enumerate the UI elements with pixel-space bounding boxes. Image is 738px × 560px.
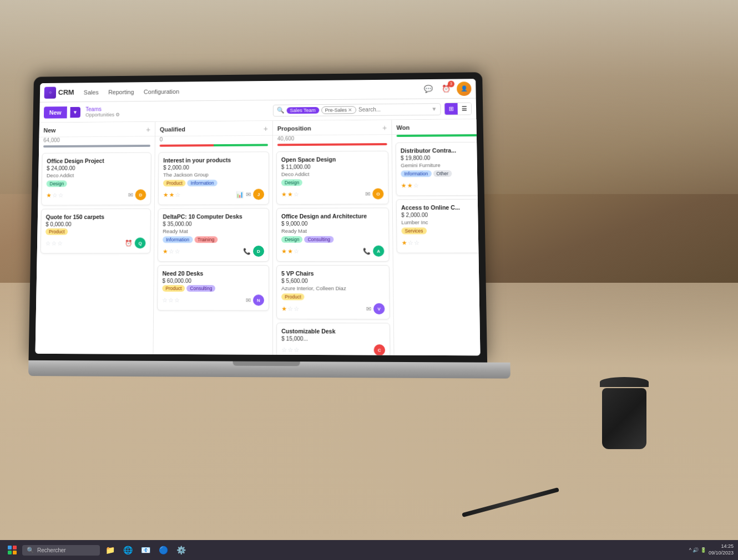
taskbar-app-browser1[interactable]: 🌐 (120, 542, 135, 558)
col-header: Qualified + (155, 121, 272, 136)
card-stars[interactable]: ★☆☆ (46, 192, 63, 199)
kanban-card[interactable]: Open Space Design $ 11,000.00 Deco Addic… (276, 151, 389, 205)
star-0: ★ (281, 305, 287, 312)
kanban-card[interactable]: 5 VP Chairs $ 5,600.00 Azure Interior, C… (276, 265, 390, 319)
card-stars[interactable]: ★★☆ (401, 182, 418, 189)
col-add-btn[interactable]: + (146, 125, 150, 134)
kanban-view-btn[interactable]: ⊞ (444, 103, 458, 115)
star-2: ☆ (174, 297, 180, 304)
star-1: ☆ (168, 297, 174, 304)
kanban-card[interactable]: Access to Online C... $ 2,000.00 Lumber … (396, 199, 481, 253)
action-phone-icon[interactable]: 📞 (243, 248, 251, 255)
card-tags: ProductConsulting (162, 285, 264, 292)
card-company: Lumber Inc (401, 219, 480, 226)
star-1: ★ (287, 247, 293, 254)
card-tags: Product (281, 293, 385, 300)
windows-start-button[interactable] (4, 542, 20, 558)
card-actions: C (374, 344, 386, 355)
card-avatar: A (373, 246, 384, 257)
card-amount: $ 15,000... (281, 335, 385, 342)
kanban-card[interactable]: Office Design Project $ 24,000.00 Deco A… (41, 152, 151, 206)
search-input[interactable] (358, 106, 429, 113)
action-clock-icon[interactable]: ⏰ (125, 240, 133, 247)
star-1: ★ (169, 191, 175, 198)
star-1: ☆ (51, 240, 57, 247)
app-logo: ○ (44, 86, 57, 98)
breadcrumb-opportunities: Opportunities ⚙ (85, 112, 120, 118)
nav-item-sales[interactable]: Sales (79, 86, 103, 98)
card-amount: $ 2,000.00 (401, 212, 480, 218)
laptop-screen-inner: ○ CRM Sales Reporting Configuration 💬 (36, 79, 481, 355)
star-0: ☆ (281, 346, 287, 353)
nav-item-reporting[interactable]: Reporting (104, 86, 138, 98)
action-email-icon[interactable]: ✉ (365, 190, 370, 197)
chat-icon-btn[interactable]: 💬 (421, 82, 436, 96)
new-button-caret[interactable]: ▼ (70, 106, 80, 118)
kanban-card[interactable]: Office Design and Architecture $ 9,000.0… (276, 207, 390, 262)
col-title: New (43, 127, 55, 134)
card-footer: ★☆☆ ✉ D (46, 189, 146, 200)
kanban-card[interactable]: Interest in your products $ 2,000.00 The… (158, 151, 269, 205)
taskbar-app-tools[interactable]: ⚙️ (173, 542, 189, 558)
taskbar-app-browser2[interactable]: 🔵 (155, 542, 171, 558)
card-amount: $ 0,000.00 (46, 221, 146, 227)
activity-icon-btn[interactable]: ⏰ 3 (439, 82, 454, 96)
action-email-icon[interactable]: ✉ (246, 191, 251, 198)
app-brand: CRM (58, 88, 74, 96)
card-title: Distributor Contra... (401, 147, 481, 154)
nav-item-configuration[interactable]: Configuration (139, 86, 184, 97)
search-bar[interactable]: 🔍 Sales Team Pre-Sales ✕ ▼ (273, 103, 441, 116)
card-actions: ✉ D (128, 189, 146, 200)
card-company: Ready Mat (163, 228, 264, 234)
card-stars[interactable]: ☆☆☆ (281, 346, 299, 353)
card-company: Azure Interior, Colleen Diaz (281, 285, 385, 291)
card-stars[interactable]: ★☆☆ (163, 248, 180, 255)
action-email-icon[interactable]: ✉ (246, 297, 251, 304)
action-phone-icon[interactable]: 📞 (363, 247, 371, 254)
col-cards: Open Space Design $ 11,000.00 Deco Addic… (273, 149, 394, 355)
tag-design: Design (281, 236, 303, 243)
taskbar-apps: 📁 🌐 📧 🔵 ⚙️ (102, 542, 189, 558)
breadcrumb-teams[interactable]: Teams (85, 106, 120, 112)
action-email-icon[interactable]: ✉ (128, 191, 133, 198)
card-stars[interactable]: ★☆☆ (402, 239, 420, 246)
card-stars[interactable]: ★★☆ (281, 247, 299, 254)
col-add-btn[interactable]: + (382, 123, 387, 132)
kanban-card[interactable]: Distributor Contra... $ 19,800.00 Gemini… (396, 142, 481, 196)
taskbar-app-files[interactable]: 📁 (102, 542, 118, 558)
kanban-card[interactable]: Quote for 150 carpets $ 0,000.00 Product… (41, 208, 151, 254)
kanban-card[interactable]: Need 20 Desks $ 60,000.00 ProductConsult… (157, 265, 269, 311)
action-email-icon[interactable]: ✉ (366, 305, 371, 312)
filter-tag-presales[interactable]: Pre-Sales ✕ (321, 106, 356, 114)
kanban-card[interactable]: Customizable Desk $ 15,000... ☆☆☆ C (276, 323, 390, 355)
kanban-col-qualified: Qualified + 0 Interest in your products … (153, 121, 273, 354)
filter-tag-sales-team[interactable]: Sales Team (286, 106, 319, 113)
close-presales-icon[interactable]: ✕ (348, 107, 352, 113)
card-company: Ready Mat (281, 228, 384, 234)
card-stars[interactable]: ☆☆☆ (46, 240, 63, 247)
card-title: Interest in your products (163, 156, 264, 164)
list-view-btn[interactable]: ☰ (458, 103, 472, 115)
card-stars[interactable]: ★☆☆ (281, 305, 299, 312)
taskbar-search[interactable]: 🔍 Rechercher (22, 545, 100, 556)
tag-services: Services (401, 227, 426, 234)
card-actions: 📞 D (243, 246, 264, 257)
card-amount: $ 5,600.00 (281, 278, 385, 284)
taskbar-app-mail[interactable]: 📧 (138, 542, 153, 558)
card-tags: Design (47, 180, 146, 187)
card-stars[interactable]: ☆☆☆ (162, 297, 180, 304)
user-avatar[interactable]: 👤 (457, 82, 472, 96)
taskbar-time: 14:25 09/10/2023 (709, 543, 734, 556)
col-add-btn[interactable]: + (264, 124, 268, 133)
card-stars[interactable]: ★★☆ (281, 191, 299, 198)
star-2: ☆ (294, 305, 299, 312)
new-button[interactable]: New (44, 106, 67, 119)
windows-taskbar: 🔍 Rechercher 📁 🌐 📧 🔵 ⚙️ ^ 🔊 🔋 14:25 09/1… (0, 540, 738, 560)
search-dropdown-icon[interactable]: ▼ (431, 106, 437, 112)
kanban-card[interactable]: DeltaPC: 10 Computer Desks $ 35,000.00 R… (158, 208, 269, 262)
action-spreadsheet-icon[interactable]: 📊 (236, 191, 244, 198)
star-0: ★ (163, 248, 168, 255)
card-tags: Services (401, 227, 480, 235)
card-stars[interactable]: ★★☆ (163, 191, 181, 198)
star-2: ☆ (294, 346, 299, 353)
